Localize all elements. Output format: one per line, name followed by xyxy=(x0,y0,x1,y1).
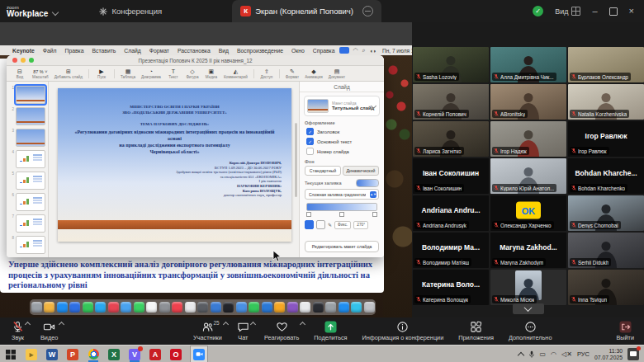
tray-expand-icon[interactable] xyxy=(517,351,523,358)
leave-button[interactable]: Выйти xyxy=(611,317,639,345)
checkbox[interactable] xyxy=(306,148,314,155)
dock-app-icon[interactable] xyxy=(159,302,170,313)
mac-menu-item[interactable]: Формат xyxy=(149,48,169,54)
checkbox-row[interactable]: Номер слайда xyxy=(306,148,377,155)
slide-thumbnail-row[interactable]: 6 xyxy=(9,193,48,211)
participant-tile[interactable]: Serhii Didukh xyxy=(568,233,644,268)
participant-tile[interactable]: Катерина Воло...Катерина Волощук xyxy=(413,270,489,305)
participant-tile[interactable]: Корнелій Попович xyxy=(413,84,489,120)
minimize-tab-icon[interactable] xyxy=(362,6,373,16)
mac-menu-item[interactable]: Вставить xyxy=(92,48,116,54)
wifi-icon[interactable]: ◠ xyxy=(353,47,358,54)
notification-center-icon[interactable] xyxy=(627,348,639,360)
maximize-button[interactable] xyxy=(609,7,618,16)
mac-menu-item[interactable]: Файл xyxy=(43,48,57,54)
gradient-stop[interactable] xyxy=(372,212,377,217)
dock-app-icon[interactable] xyxy=(211,302,221,313)
bg-standard-button[interactable]: Стандартный xyxy=(305,166,341,176)
mac-menu-item[interactable]: Keynote xyxy=(12,48,35,54)
dock-app-icon[interactable] xyxy=(83,302,93,313)
mac-menu-item[interactable]: Справка xyxy=(313,48,335,54)
zoom-workplace-logo[interactable]: zoom Workplace xyxy=(0,5,66,18)
slide-thumbnail[interactable] xyxy=(16,86,45,104)
dock-app-icon[interactable] xyxy=(262,302,272,313)
angle-field[interactable]: 270° xyxy=(353,221,368,229)
search-icon[interactable]: ⌕ xyxy=(362,47,366,54)
participant-tile[interactable]: Бурлаков Олександр xyxy=(568,47,644,82)
dock-app-icon[interactable] xyxy=(313,302,324,313)
dock-app-icon[interactable] xyxy=(172,302,182,313)
dock-app-icon[interactable] xyxy=(351,302,362,313)
keynote-tool-текст[interactable]: ТТекст xyxy=(167,68,180,79)
keynote-tool-документ[interactable]: ▤Документ xyxy=(329,68,345,79)
checkbox[interactable]: ✓ xyxy=(306,138,314,145)
dock-app-icon[interactable] xyxy=(197,302,208,313)
keynote-tool-комментарий[interactable]: ◭Комментарий xyxy=(224,68,248,79)
more-button[interactable]: Дополнительно xyxy=(504,317,557,345)
language-indicator[interactable]: РУС xyxy=(577,350,590,358)
gradient-type-select[interactable]: Сложная заливка градиентом ▲▼ xyxy=(305,189,379,200)
participant-tile[interactable]: Sasha Lozoviy xyxy=(413,47,489,82)
checkbox-row[interactable]: ✓Заголовок xyxy=(306,128,377,135)
mac-clock[interactable]: Пн, 7 июля 11:30 xyxy=(382,48,412,54)
participant-tile[interactable]: Maryna Zakhod...Maryna Zakhodym xyxy=(490,233,566,268)
taskbar-app-powerpoint[interactable]: P xyxy=(66,346,79,362)
participant-tile[interactable]: Bohdan Kharche...Bohdan Kharchenko xyxy=(568,158,644,194)
slide-thumbnail-row[interactable]: 7 xyxy=(9,214,48,233)
dock-app-icon[interactable] xyxy=(236,302,247,313)
more-participants-button[interactable] xyxy=(513,303,544,314)
gradient-stop[interactable] xyxy=(339,212,344,217)
keynote-tool-медиа[interactable]: ▣Медиа xyxy=(205,68,218,79)
mac-menu-item[interactable]: Вид xyxy=(219,48,229,54)
speaker-muted-icon[interactable]: ◁✕ xyxy=(561,351,572,358)
video-button[interactable]: Видео xyxy=(36,317,63,345)
slide-thumbnail-row[interactable]: 8 xyxy=(9,236,48,254)
participant-tile[interactable]: Іван СоколишинІван Соколишин xyxy=(413,158,489,194)
slide-layout-selector[interactable]: Макет слайда Титульный слайд xyxy=(304,96,380,116)
gradient-stop[interactable] xyxy=(306,212,311,217)
slide-thumbnail-row[interactable]: 3 xyxy=(9,129,48,147)
dock-app-icon[interactable] xyxy=(121,302,131,313)
react-button[interactable]: Реагировать xyxy=(259,317,304,345)
dock-app-icon[interactable] xyxy=(31,302,42,313)
mac-menu-item[interactable]: Расстановка xyxy=(178,48,211,54)
current-fill-swatch[interactable] xyxy=(356,179,379,187)
slide-thumbnail[interactable] xyxy=(16,129,45,147)
clock[interactable]: 11:30 07.07.2025 xyxy=(594,348,623,360)
chat-button[interactable]: Чат xyxy=(232,317,254,345)
participant-tile[interactable]: Алла Дмитрівна Чик... xyxy=(490,47,566,82)
color-swatch-white[interactable] xyxy=(316,220,325,229)
slide-thumbnail-row[interactable]: 5 xyxy=(9,172,48,190)
slide-thumbnail-row[interactable]: 4 xyxy=(9,150,48,168)
slide-thumbnail-row[interactable]: 1 xyxy=(9,86,48,104)
mac-menu-item[interactable]: Воспроизведение xyxy=(237,48,283,54)
slide-thumbnail[interactable] xyxy=(16,172,45,190)
keynote-tool-пуск[interactable]: ▶Пуск xyxy=(95,68,108,79)
network-tray-icon[interactable]: ◠ xyxy=(551,351,556,358)
keynote-tool-таблица[interactable]: ▦Таблица xyxy=(121,68,135,79)
participant-tile[interactable]: Курило Юрій Анатол... xyxy=(490,158,566,194)
keynote-tool-доступ[interactable]: ⇧Доступ xyxy=(260,68,273,79)
slide-thumbnail-row[interactable]: 2 xyxy=(9,107,48,125)
edit-master-button[interactable]: Редактировать макет слайда xyxy=(305,241,379,252)
info-button[interactable]: Информация о конференции xyxy=(358,317,449,345)
share-button[interactable]: Поделиться xyxy=(309,317,352,345)
gradient-bar[interactable] xyxy=(306,203,377,211)
tab-meeting[interactable]: Конференция xyxy=(91,0,170,22)
dock-app-icon[interactable] xyxy=(185,302,196,313)
eyedropper-icon[interactable]: ✎ xyxy=(328,222,332,228)
checkbox[interactable]: ✓ xyxy=(306,128,314,135)
chevron-up-icon[interactable] xyxy=(59,322,64,327)
slide-thumbnail[interactable] xyxy=(16,150,45,168)
bg-dynamic-button[interactable]: Динамический xyxy=(343,166,379,176)
dock-app-icon[interactable] xyxy=(44,302,54,313)
participant-tile[interactable]: Andriana Andru...Andriana Andrusyk xyxy=(413,195,489,231)
dock-app-icon[interactable] xyxy=(69,302,80,313)
chevron-up-icon[interactable] xyxy=(300,322,305,327)
participant-tile[interactable]: OKОлександр Харченко xyxy=(490,195,566,231)
keynote-tool-анимация[interactable]: ◆Анимация xyxy=(305,68,323,79)
dock-app-icon[interactable] xyxy=(274,302,285,313)
dock-app-icon[interactable] xyxy=(287,302,298,313)
participant-tile[interactable]: Микола Місюк xyxy=(490,270,566,305)
mac-menu-item[interactable]: Слайд xyxy=(124,48,140,54)
